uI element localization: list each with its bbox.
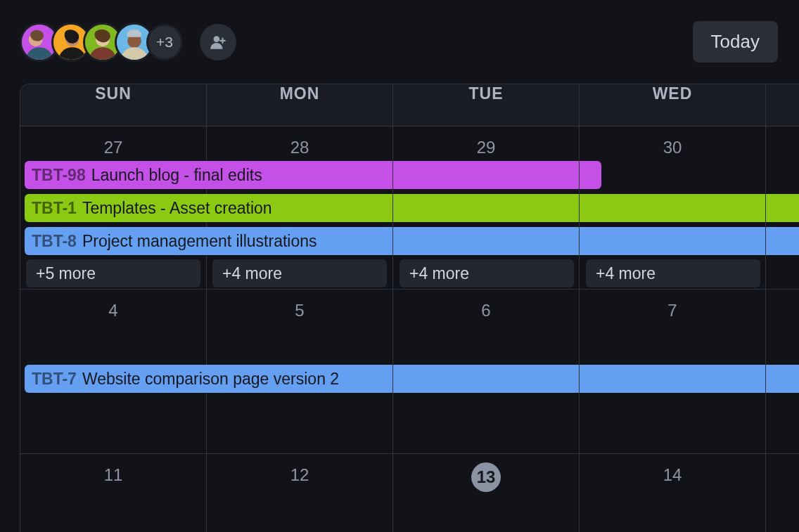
day-header: SUN	[20, 84, 207, 126]
day-header: WED	[580, 84, 766, 126]
calendar-grid: SUN MON TUE WED 27TBT-98Launch blog - fi…	[20, 84, 799, 532]
date-number: 29	[393, 126, 579, 157]
date-number: 27	[20, 126, 206, 157]
calendar-day-cell[interactable]: 14	[580, 454, 766, 532]
date-number	[766, 454, 799, 465]
day-header-row: SUN MON TUE WED	[20, 84, 799, 126]
calendar-week-row: 11121314	[20, 454, 799, 532]
event-key: TBT-7	[32, 370, 77, 389]
day-header: TUE	[393, 84, 580, 126]
today-button[interactable]: Today	[693, 21, 778, 63]
calendar-day-cell[interactable]: 6	[393, 290, 580, 454]
calendar-day-cell[interactable]: 12	[207, 454, 393, 532]
avatar-overflow-count[interactable]: +3	[146, 24, 183, 60]
add-person-button[interactable]	[200, 24, 236, 60]
date-number	[766, 126, 799, 138]
calendar-day-cell[interactable]: 11	[20, 454, 207, 532]
calendar-week-row: 4TBT-7Website comparison page version 25…	[20, 290, 799, 454]
date-number: 4	[20, 290, 206, 320]
topbar: +3 Today	[0, 0, 799, 84]
calendar-day-cell[interactable]: 13	[393, 454, 580, 532]
calendar-day-cell[interactable]: 5	[207, 290, 393, 454]
calendar-day-cell[interactable]	[766, 126, 799, 290]
calendar-day-cell[interactable]: 7	[580, 290, 766, 454]
calendar-day-cell[interactable]: 30	[580, 126, 766, 290]
calendar-day-cell[interactable]	[766, 290, 799, 454]
svg-rect-8	[129, 30, 139, 34]
day-header: MON	[207, 84, 393, 126]
avatar-group: +3	[20, 22, 236, 62]
calendar-day-cell[interactable]: 29	[393, 126, 580, 290]
calendar-day-cell[interactable]: 28	[207, 126, 393, 290]
svg-rect-11	[219, 39, 226, 41]
date-number-today: 13	[471, 462, 501, 492]
day-header	[766, 84, 799, 126]
event-key: TBT-1	[32, 199, 77, 218]
date-number: 7	[580, 290, 765, 320]
calendar-day-cell[interactable]: 4TBT-7Website comparison page version 2	[20, 290, 207, 454]
calendar-day-cell[interactable]: 27TBT-98Launch blog - final editsTBT-1Te…	[20, 126, 207, 290]
event-key: TBT-98	[32, 166, 86, 185]
date-number: 30	[580, 126, 765, 157]
more-events-button[interactable]: +5 more	[26, 259, 200, 287]
date-number	[766, 290, 799, 301]
date-number: 28	[207, 126, 392, 157]
svg-point-9	[214, 36, 220, 42]
calendar-day-cell[interactable]	[766, 454, 799, 532]
calendar-week-row: 27TBT-98Launch blog - final editsTBT-1Te…	[20, 126, 799, 290]
date-number: 5	[207, 290, 392, 320]
date-number: 14	[580, 454, 765, 485]
date-number: 6	[393, 290, 579, 320]
add-person-icon	[209, 33, 227, 51]
event-key: TBT-8	[32, 232, 77, 251]
date-number: 11	[20, 454, 206, 485]
date-number: 12	[207, 454, 392, 485]
